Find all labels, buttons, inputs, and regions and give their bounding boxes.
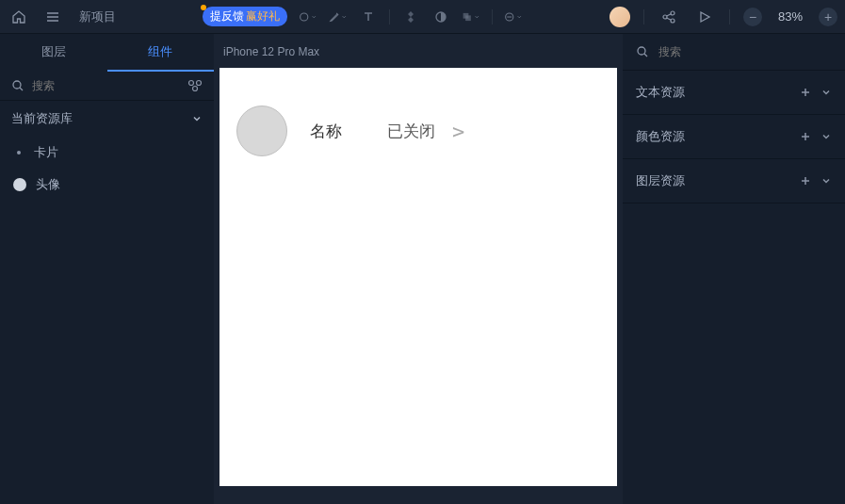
circle-icon xyxy=(13,178,26,191)
svg-rect-3 xyxy=(465,15,471,21)
right-search-input[interactable] xyxy=(658,45,832,58)
tool-divider xyxy=(389,9,390,24)
tool-divider xyxy=(492,9,493,24)
share-icon[interactable] xyxy=(658,6,680,28)
mask-tool-icon[interactable] xyxy=(431,8,450,26)
right-panel: 文本资源 颜色资源 图层资源 xyxy=(623,34,845,504)
feedback-text: 提反馈 xyxy=(210,8,244,24)
tab-layers[interactable]: 图层 xyxy=(0,34,107,72)
svg-point-0 xyxy=(301,12,308,20)
feedback-badge[interactable]: 提反馈 赢好礼 xyxy=(203,7,287,26)
canvas-area[interactable]: iPhone 12 Pro Max 名称 已关闭 > xyxy=(214,34,623,504)
project-name[interactable]: 新项目 xyxy=(79,8,116,25)
resource-label: 图层资源 xyxy=(636,172,685,189)
svg-point-8 xyxy=(13,81,21,89)
card-avatar-icon xyxy=(236,106,287,156)
component-label: 头像 xyxy=(36,176,60,193)
plus-icon[interactable] xyxy=(800,131,811,142)
card-name-label: 名称 xyxy=(310,121,342,142)
resource-color[interactable]: 颜色资源 xyxy=(623,115,845,159)
svg-point-6 xyxy=(671,11,674,15)
divider xyxy=(729,9,730,24)
tab-components[interactable]: 组件 xyxy=(107,34,215,72)
zoom-in-button[interactable]: + xyxy=(819,8,837,26)
svg-point-10 xyxy=(197,81,202,86)
left-tabs: 图层 组件 xyxy=(0,34,214,72)
chevron-down-icon xyxy=(191,113,203,124)
resource-actions xyxy=(800,87,832,98)
left-panel: 图层 组件 当前资源库 卡片 头像 xyxy=(0,34,214,504)
component-item-avatar[interactable]: 头像 xyxy=(0,169,214,201)
canvas-device-label[interactable]: iPhone 12 Pro Max xyxy=(219,41,617,68)
chevron-down-icon[interactable] xyxy=(821,175,832,187)
boolean-tool-icon[interactable] xyxy=(462,8,480,26)
play-icon[interactable] xyxy=(693,6,716,28)
shape-tool-icon[interactable] xyxy=(299,8,317,26)
library-header[interactable]: 当前资源库 xyxy=(0,101,214,137)
search-icon xyxy=(11,79,24,92)
resource-label: 颜色资源 xyxy=(636,128,685,145)
component-tool-icon[interactable] xyxy=(401,8,420,26)
resource-actions xyxy=(800,131,832,142)
component-label: 卡片 xyxy=(34,144,58,161)
card-row[interactable]: 名称 已关闭 > xyxy=(236,96,600,166)
bullet-icon xyxy=(17,151,21,154)
effects-tool-icon[interactable] xyxy=(504,8,523,26)
plus-icon[interactable] xyxy=(800,87,811,98)
topbar-left: 新项目 xyxy=(8,6,116,28)
zoom-level[interactable]: 83% xyxy=(775,9,805,24)
pen-tool-icon[interactable] xyxy=(329,8,348,26)
search-input[interactable] xyxy=(32,79,180,92)
main-content: 图层 组件 当前资源库 卡片 头像 iPhone 12 Pro Max xyxy=(0,34,845,504)
chevron-right-icon: > xyxy=(452,120,464,143)
user-avatar[interactable] xyxy=(609,7,630,27)
resource-text[interactable]: 文本资源 xyxy=(623,71,845,115)
divider xyxy=(643,9,644,24)
topbar-tools: 提反馈 赢好礼 xyxy=(116,7,609,26)
feedback-gift: 赢好礼 xyxy=(246,8,280,24)
search-icon xyxy=(636,45,649,58)
plus-icon[interactable] xyxy=(800,175,811,187)
text-tool-icon[interactable] xyxy=(359,8,378,26)
svg-point-9 xyxy=(189,81,194,86)
resource-actions xyxy=(800,175,832,187)
resource-label: 文本资源 xyxy=(636,84,685,101)
svg-point-11 xyxy=(193,87,198,91)
svg-point-7 xyxy=(671,19,674,23)
svg-point-5 xyxy=(663,15,667,19)
left-search xyxy=(0,72,214,101)
home-icon[interactable] xyxy=(8,6,30,28)
topbar-right: − 83% + xyxy=(609,6,837,28)
component-item-card[interactable]: 卡片 xyxy=(0,137,214,169)
filter-icon[interactable] xyxy=(187,79,203,92)
svg-point-12 xyxy=(638,47,645,55)
component-list: 卡片 头像 xyxy=(0,137,214,201)
library-title: 当前资源库 xyxy=(11,110,73,127)
chevron-down-icon[interactable] xyxy=(821,131,832,142)
right-search xyxy=(623,34,845,71)
canvas-frame[interactable]: 名称 已关闭 > xyxy=(219,68,617,486)
zoom-out-button[interactable]: − xyxy=(743,8,762,26)
topbar: 新项目 提反馈 赢好礼 xyxy=(0,0,845,34)
chevron-down-icon[interactable] xyxy=(821,87,832,98)
menu-icon[interactable] xyxy=(41,6,64,28)
resource-layer[interactable]: 图层资源 xyxy=(623,159,845,203)
card-status-label: 已关闭 xyxy=(387,121,435,142)
